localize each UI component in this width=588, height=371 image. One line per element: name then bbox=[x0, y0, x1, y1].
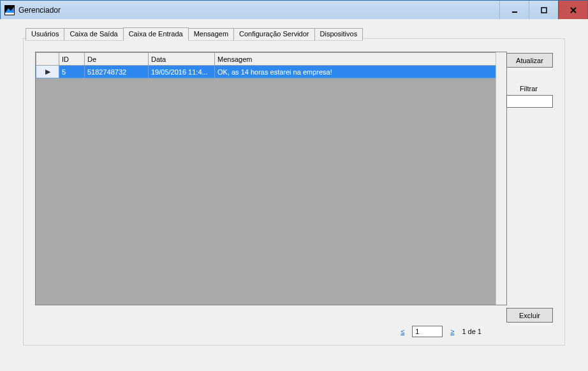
svg-rect-1 bbox=[5, 13, 14, 15]
inbox-grid[interactable]: ID De Data Mensagem ▶ 5 5182748732 19/05… bbox=[35, 52, 507, 305]
pager-status: 1 de 1 bbox=[462, 328, 481, 335]
svg-rect-3 bbox=[541, 8, 547, 13]
app-icon bbox=[4, 5, 15, 15]
col-mensagem[interactable]: Mensagem bbox=[215, 53, 506, 66]
filter-label: Filtrar bbox=[520, 85, 538, 92]
tab-usuarios[interactable]: Usuários bbox=[26, 28, 64, 41]
pager-prev[interactable]: ≤ bbox=[399, 328, 406, 335]
refresh-button[interactable]: Atualizar bbox=[506, 53, 553, 68]
col-data[interactable]: Data bbox=[149, 53, 215, 66]
cell-de: 5182748732 bbox=[85, 66, 149, 78]
window-title: Gerenciador bbox=[18, 6, 61, 15]
col-id[interactable]: ID bbox=[59, 53, 85, 66]
cell-mensagem: OK, as 14 horas estarei na empresa! bbox=[215, 66, 506, 78]
tab-strip: Usuários Caixa de Saída Caixa de Entrada… bbox=[26, 27, 362, 40]
pager-next[interactable]: ≥ bbox=[449, 328, 455, 335]
tab-panel: Usuários Caixa de Saída Caixa de Entrada… bbox=[23, 38, 565, 346]
cell-id: 5 bbox=[59, 66, 85, 78]
maximize-button[interactable] bbox=[529, 1, 558, 20]
close-button[interactable] bbox=[558, 1, 587, 20]
col-de[interactable]: De bbox=[85, 53, 149, 66]
pager-page-input[interactable] bbox=[412, 326, 443, 337]
grid-header-row: ID De Data Mensagem bbox=[36, 53, 506, 66]
cell-data: 19/05/2016 11:4... bbox=[149, 66, 215, 78]
tab-mensagem[interactable]: Mensagem bbox=[188, 28, 234, 41]
client-area: Usuários Caixa de Saída Caixa de Entrada… bbox=[0, 19, 588, 371]
filter-input[interactable] bbox=[506, 95, 553, 108]
tab-caixa-saida[interactable]: Caixa de Saída bbox=[64, 28, 123, 41]
tab-config-servidor[interactable]: Configuração Servidor bbox=[233, 28, 314, 41]
minimize-button[interactable] bbox=[499, 1, 529, 20]
pager: ≤ ≥ 1 de 1 bbox=[24, 326, 481, 337]
tab-caixa-entrada[interactable]: Caixa de Entrada bbox=[123, 27, 189, 40]
title-bar: Gerenciador bbox=[1, 1, 587, 20]
row-indicator-icon: ▶ bbox=[36, 66, 59, 78]
tab-dispositivos[interactable]: Dispositivos bbox=[314, 28, 364, 41]
table-row[interactable]: ▶ 5 5182748732 19/05/2016 11:4... OK, as… bbox=[36, 66, 506, 78]
delete-button[interactable]: Excluir bbox=[506, 308, 553, 323]
col-rowheader[interactable] bbox=[36, 53, 59, 66]
grid-vscrollbar[interactable] bbox=[496, 52, 506, 305]
